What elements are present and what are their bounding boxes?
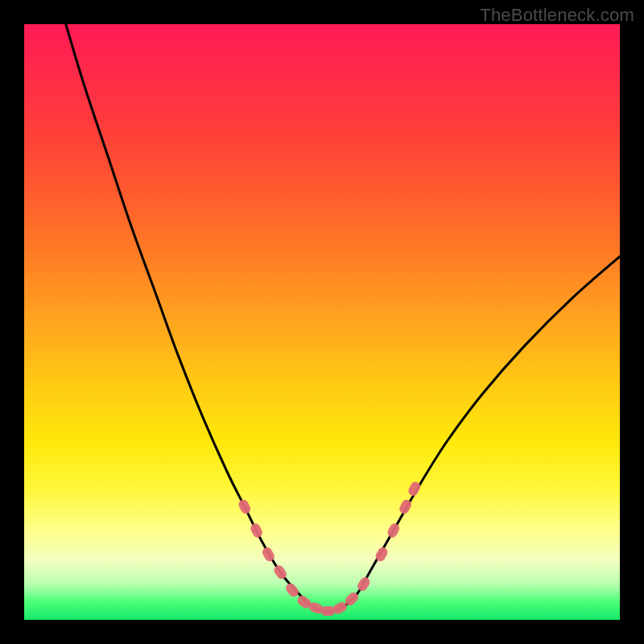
bottleneck-curve bbox=[66, 24, 620, 612]
watermark-text: TheBottleneck.com bbox=[480, 5, 634, 26]
chart-frame: TheBottleneck.com bbox=[0, 0, 644, 644]
chart-svg bbox=[24, 24, 620, 620]
curve-marker bbox=[237, 498, 252, 515]
curve-marker bbox=[249, 522, 264, 539]
curve-marker bbox=[386, 522, 401, 539]
plot-area bbox=[24, 24, 620, 620]
curve-marker bbox=[320, 606, 335, 616]
curve-marker bbox=[284, 581, 301, 599]
curve-marker bbox=[356, 576, 372, 593]
